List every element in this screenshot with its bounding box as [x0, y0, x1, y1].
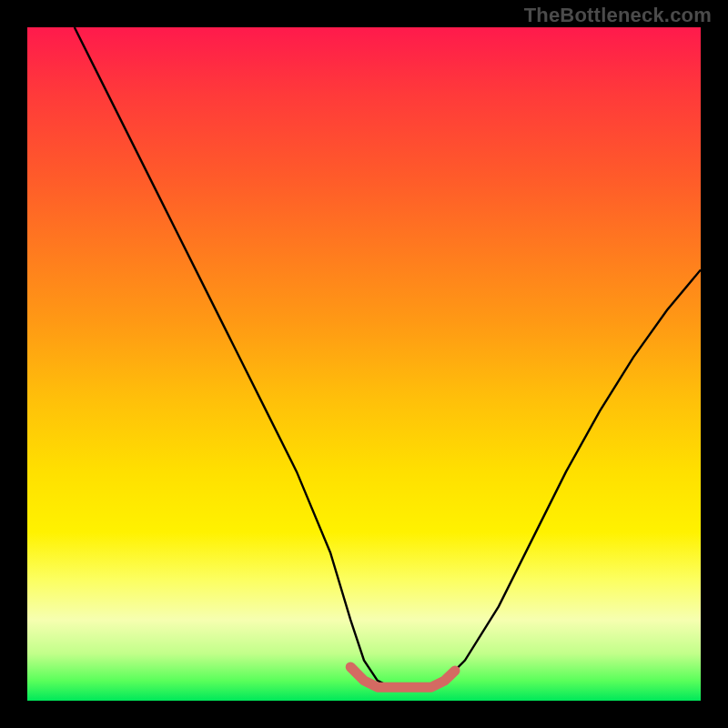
bottleneck-curve-path — [75, 27, 701, 687]
watermark-text: TheBottleneck.com — [524, 4, 712, 27]
plot-area — [27, 27, 701, 701]
chart-frame: TheBottleneck.com — [0, 0, 728, 728]
valley-highlight-path — [350, 667, 455, 687]
curve-layer — [27, 27, 701, 701]
